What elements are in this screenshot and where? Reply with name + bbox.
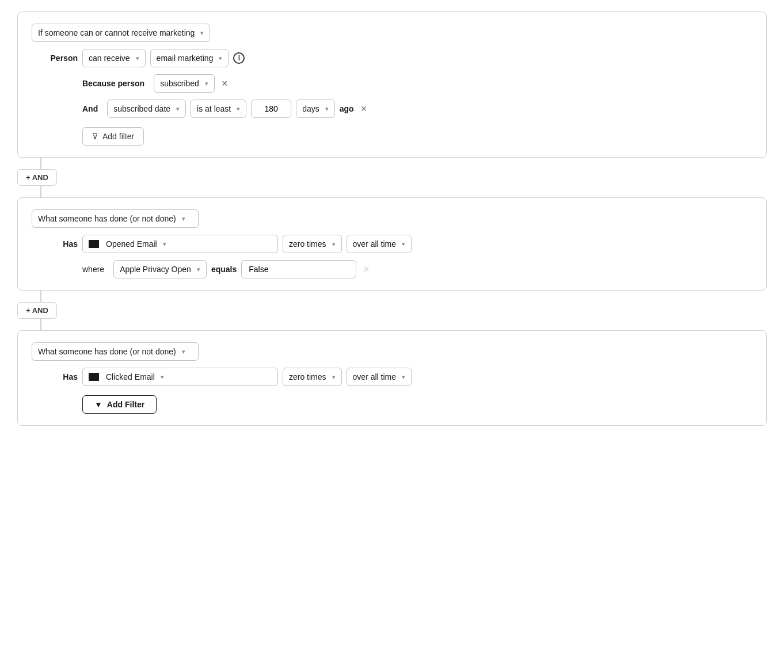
apple-privacy-label: Apple Privacy Open [120,265,191,274]
where-row: where Apple Privacy Open ▾ equals × [32,260,752,278]
chevron-icon: ▾ [200,29,204,37]
has-row-2: Has Opened Email ▾ zero times ▾ over all… [32,235,752,253]
condition-block-2: What someone has done (or not done) ▾ Ha… [17,197,767,291]
connector-line-2 [40,291,41,302]
add-filter-label-3: Add Filter [107,400,144,409]
can-receive-select[interactable]: can receive ▾ [82,49,146,67]
zero-times-select-3[interactable]: zero times ▾ [283,368,342,386]
and-button-1[interactable]: + AND [17,169,57,186]
has-label-3: Has [32,372,78,381]
days-unit-select[interactable]: days ▾ [296,100,335,118]
chevron-icon: ▾ [237,105,240,113]
chevron-icon: ▾ [176,105,180,113]
email-marketing-select[interactable]: email marketing ▾ [150,49,229,67]
filter-bold-icon: ▼ [94,400,102,409]
chevron-icon: ▾ [136,55,139,62]
and-date-row: And subscribed date ▾ is at least ▾ days… [32,100,752,118]
and-button-label-1: + AND [26,173,48,182]
and-button-2[interactable]: + AND [17,302,57,319]
main-condition-select-1[interactable]: If someone can or cannot receive marketi… [32,24,210,42]
chevron-icon: ▾ [163,240,166,248]
main-condition-label-1: If someone can or cannot receive marketi… [38,28,195,37]
chevron-icon: ▾ [332,373,336,381]
and-button-label-2: + AND [26,306,48,315]
main-select-row-2: What someone has done (or not done) ▾ [32,209,752,228]
has-row-3: Has Clicked Email ▾ zero times ▾ over al… [32,368,752,386]
subscribed-date-select[interactable]: subscribed date ▾ [107,100,186,118]
remove-where-filter-button[interactable]: × [361,264,372,274]
add-filter-row-1: ⊽ Add filter [32,125,752,146]
chevron-icon: ▾ [219,55,222,62]
connector-line-1b [40,186,41,197]
email-marketing-label: email marketing [157,54,214,63]
chevron-icon: ▾ [182,348,185,356]
is-at-least-label: is at least [197,104,231,113]
and-label: And [82,104,98,113]
zero-times-label-2: zero times [289,239,326,249]
email-icon-clicked [89,373,99,381]
remove-date-filter-button[interactable]: × [359,104,370,114]
chevron-icon: ▾ [197,266,200,273]
chevron-icon: ▾ [205,80,208,87]
remove-subscribed-button[interactable]: × [219,78,230,89]
false-value-input[interactable] [241,260,356,278]
because-person-label: Because person [82,79,144,88]
main-condition-label-2: What someone has done (or not done) [38,214,176,223]
chevron-icon: ▾ [325,105,329,113]
add-filter-button-1[interactable]: ⊽ Add filter [82,127,144,146]
chevron-icon: ▾ [182,215,185,223]
zero-times-select-2[interactable]: zero times ▾ [283,235,342,253]
person-label: Person [32,54,78,63]
over-all-time-select-3[interactable]: over all time ▾ [347,368,412,386]
main-select-row-3: What someone has done (or not done) ▾ [32,342,752,361]
add-filter-button-3[interactable]: ▼ Add Filter [82,395,157,414]
condition-block-1: If someone can or cannot receive marketi… [17,12,767,158]
main-condition-select-2[interactable]: What someone has done (or not done) ▾ [32,209,199,228]
days-value-input[interactable] [251,100,291,118]
opened-email-select[interactable]: Opened Email ▾ [82,235,278,253]
connector-line-2b [40,319,41,330]
is-at-least-select[interactable]: is at least ▾ [191,100,246,118]
and-connector-1: + AND [17,158,767,197]
chevron-icon: ▾ [402,240,405,248]
clicked-email-label: Clicked Email [106,372,155,381]
and-connector-2: + AND [17,291,767,330]
filter-icon: ⊽ [92,132,98,141]
over-all-time-label-2: over all time [353,239,396,249]
main-condition-select-3[interactable]: What someone has done (or not done) ▾ [32,342,199,361]
over-all-time-select-2[interactable]: over all time ▾ [347,235,412,253]
chevron-icon: ▾ [161,373,164,381]
main-select-row-1: If someone can or cannot receive marketi… [32,24,752,42]
condition-block-3: What someone has done (or not done) ▾ Ha… [17,330,767,426]
main-condition-label-3: What someone has done (or not done) [38,347,176,356]
subscribed-date-label: subscribed date [113,104,170,113]
has-label-2: Has [32,239,78,249]
apple-privacy-select[interactable]: Apple Privacy Open ▾ [113,260,207,278]
email-icon [89,240,99,248]
add-filter-row-3: ▼ Add Filter [32,393,752,414]
zero-times-label-3: zero times [289,372,326,381]
chevron-icon: ▾ [402,373,405,381]
info-icon[interactable]: i [233,52,245,64]
over-all-time-label-3: over all time [353,372,396,381]
ago-label: ago [340,104,354,113]
chevron-icon: ▾ [332,240,336,248]
add-filter-label: Add filter [102,132,134,141]
clicked-email-select[interactable]: Clicked Email ▾ [82,368,278,386]
person-row: Person can receive ▾ email marketing ▾ i [32,49,752,67]
because-person-row: Because person subscribed ▾ × [32,74,752,93]
subscribed-label: subscribed [160,79,199,88]
where-label: where [82,265,104,274]
opened-email-label: Opened Email [106,239,157,249]
equals-label: equals [211,265,237,274]
subscribed-select[interactable]: subscribed ▾ [154,74,215,93]
can-receive-label: can receive [89,54,130,63]
connector-line-1 [40,158,41,169]
days-unit-label: days [302,104,319,113]
